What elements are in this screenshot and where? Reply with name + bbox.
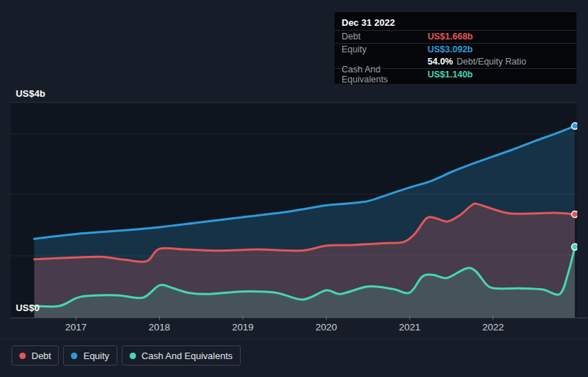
debt-end-marker (572, 211, 578, 217)
x-axis-label: 2021 (399, 322, 420, 333)
chart-legend: Debt Equity Cash And Equivalents (11, 345, 241, 366)
tooltip-ratio-label: Debt/Equity Ratio (456, 57, 526, 67)
debt-equity-history-chart: 201720182019202020212022 US$4b US$0 Dec … (0, 0, 588, 377)
legend-cash-label: Cash And Equivalents (142, 350, 233, 361)
tooltip-equity-label: Equity (342, 44, 428, 54)
legend-cash-button[interactable]: Cash And Equivalents (122, 345, 241, 366)
tooltip-equity-value: US$3.092b (428, 44, 473, 54)
tooltip-debt-row: Debt US$1.668b (334, 30, 577, 43)
x-axis-label: 2017 (65, 322, 87, 333)
cash-end-marker (572, 244, 578, 250)
tooltip-date: Dec 31 2022 (334, 15, 577, 30)
tooltip-cash-value: US$1.140b (428, 70, 473, 80)
legend-equity-label: Equity (83, 350, 109, 361)
x-axis-label: 2019 (232, 322, 254, 333)
tooltip-cash-row: Cash And Equivalents US$1.140b (334, 68, 577, 81)
legend-debt-button[interactable]: Debt (11, 345, 59, 366)
x-axis-label: 2018 (148, 322, 170, 333)
tooltip-equity-row: Equity US$3.092b (334, 43, 577, 56)
legend-equity-button[interactable]: Equity (63, 345, 117, 366)
debt-legend-dot (19, 353, 26, 359)
y-axis-max-label: US$4b (16, 88, 45, 99)
equity-legend-dot (71, 353, 77, 359)
tooltip-debt-value: US$1.668b (428, 32, 473, 42)
tooltip-cash-label: Cash And Equivalents (342, 65, 428, 85)
chart-tooltip: Dec 31 2022 Debt US$1.668b Equity US$3.0… (334, 12, 577, 84)
x-axis-label: 2020 (315, 322, 337, 333)
cash-legend-dot (130, 353, 136, 359)
equity-end-marker (572, 123, 578, 129)
x-axis-label: 2022 (482, 322, 503, 333)
legend-debt-label: Debt (32, 350, 51, 361)
tooltip-debt-label: Debt (342, 32, 428, 42)
tooltip-ratio-value: 54.0% (428, 57, 453, 67)
y-axis-min-label: US$0 (16, 302, 39, 313)
